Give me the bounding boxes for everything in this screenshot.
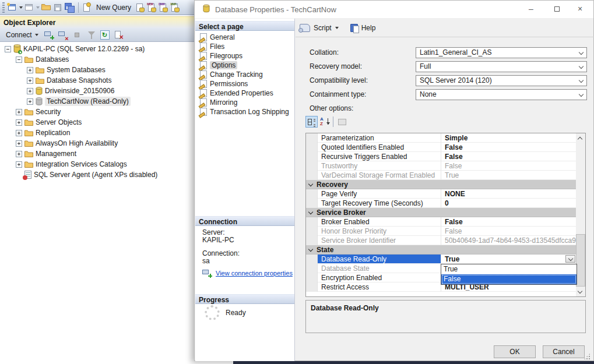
- property-name[interactable]: Parameterization: [318, 133, 441, 143]
- property-value[interactable]: NONE: [441, 189, 576, 199]
- property-name[interactable]: Restrict Access: [318, 282, 441, 292]
- property-name[interactable]: Honor Broker Priority: [318, 227, 441, 236]
- property-name[interactable]: Trustworthy: [318, 161, 441, 171]
- grid-scrollbar[interactable]: [576, 133, 585, 296]
- property-value[interactable]: False: [441, 161, 576, 171]
- save-all-icon[interactable]: [65, 3, 75, 12]
- refresh-icon[interactable]: ↻: [100, 30, 111, 40]
- property-name[interactable]: Database Read-Only: [318, 255, 441, 264]
- property-name[interactable]: Database State: [318, 264, 441, 273]
- property-name[interactable]: Service Broker Identifier: [318, 236, 441, 245]
- category-row[interactable]: State: [306, 245, 576, 255]
- table-row[interactable]: Recursive Triggers EnabledFalse: [306, 152, 576, 161]
- tree-item-server-objects[interactable]: Server Objects: [0, 117, 194, 128]
- table-row-selected[interactable]: Database Read-Only True: [306, 255, 576, 264]
- recovery-model-select[interactable]: Full: [416, 61, 587, 72]
- property-value[interactable]: False: [441, 143, 576, 152]
- scroll-down-icon[interactable]: [576, 287, 585, 296]
- scrollbar-thumb[interactable]: [576, 234, 585, 287]
- database-query-icon[interactable]: [135, 3, 145, 12]
- expand-icon[interactable]: [16, 161, 22, 168]
- page-item-change-tracking[interactable]: Change Tracking: [195, 70, 294, 79]
- ok-button[interactable]: OK: [494, 345, 536, 358]
- property-name[interactable]: Page Verify: [318, 189, 441, 199]
- page-item-general[interactable]: General: [195, 33, 294, 42]
- cancel-button[interactable]: Cancel: [543, 345, 585, 358]
- dmx-query-icon[interactable]: DMX: [159, 3, 168, 12]
- expand-icon[interactable]: [16, 151, 22, 157]
- tree-item-alwayson[interactable]: AlwaysOn High Availability: [0, 138, 194, 149]
- minimize-button[interactable]: –: [525, 1, 537, 17]
- property-value[interactable]: Simple: [441, 133, 576, 143]
- scroll-up-icon[interactable]: [576, 133, 585, 143]
- collapse-icon[interactable]: [16, 56, 22, 63]
- page-item-permissions[interactable]: Permissions: [195, 79, 294, 89]
- expand-icon[interactable]: [16, 119, 22, 126]
- new-item-dropdown-icon[interactable]: [19, 6, 23, 9]
- table-row[interactable]: Honor Broker PriorityFalse: [306, 227, 576, 236]
- expand-icon[interactable]: [16, 130, 22, 136]
- property-value[interactable]: 0: [441, 199, 576, 208]
- page-item-files[interactable]: Files: [195, 42, 294, 51]
- xmla-query-icon[interactable]: XMA: [170, 3, 180, 12]
- tree-item-server[interactable]: KAPIL-PC (SQL Server 12.0.2269 - sa): [0, 44, 194, 54]
- property-value[interactable]: False: [441, 217, 576, 227]
- close-button[interactable]: ×: [574, 1, 586, 17]
- new-query-icon[interactable]: [82, 3, 92, 12]
- expand-icon[interactable]: [27, 98, 33, 105]
- dialog-titlebar[interactable]: Database Properties - TechCartNow – ×: [195, 1, 593, 18]
- table-row[interactable]: Quoted Identifiers EnabledFalse: [306, 143, 576, 152]
- property-value[interactable]: 50b40649-1ad7-4b64-9453-d13545dfcca9: [441, 236, 576, 245]
- table-row[interactable]: Target Recovery Time (Seconds)0: [306, 199, 576, 208]
- tree-item-techcartnow-db[interactable]: TechCartNow (Read-Only): [0, 96, 194, 107]
- category-row[interactable]: Recovery: [306, 180, 576, 189]
- toolbar-grip[interactable]: [2, 2, 5, 13]
- property-value[interactable]: False: [441, 227, 576, 236]
- table-row[interactable]: Broker EnabledFalse: [306, 217, 576, 227]
- table-row[interactable]: Service Broker Identifier50b40649-1ad7-4…: [306, 236, 576, 245]
- connect-object-icon[interactable]: [44, 30, 55, 40]
- new-item-icon[interactable]: [8, 3, 17, 12]
- open-file-icon[interactable]: [41, 3, 51, 12]
- page-item-mirroring[interactable]: Mirroring: [195, 98, 294, 107]
- tree-item-driveinside-db[interactable]: Driveinside_20150906: [0, 86, 194, 96]
- expand-icon[interactable]: [16, 109, 22, 115]
- expand-icon[interactable]: [27, 77, 33, 84]
- disconnect-icon[interactable]: [58, 30, 69, 40]
- value-dropdown-button[interactable]: [565, 255, 575, 263]
- categorized-view-button[interactable]: [305, 116, 318, 128]
- property-value[interactable]: True: [441, 255, 576, 264]
- connect-button[interactable]: Connect: [3, 30, 41, 40]
- tree-item-databases[interactable]: Databases: [0, 54, 194, 65]
- table-row[interactable]: TrustworthyFalse: [306, 161, 576, 171]
- page-item-filegroups[interactable]: Filegroups: [195, 51, 294, 61]
- category-row[interactable]: Service Broker: [306, 208, 576, 217]
- compatibility-level-select[interactable]: SQL Server 2014 (120): [416, 75, 587, 86]
- script-error-icon[interactable]: [114, 30, 125, 40]
- expand-icon[interactable]: [27, 67, 33, 73]
- collapse-icon[interactable]: [5, 46, 11, 52]
- script-button[interactable]: Script: [314, 24, 332, 32]
- property-name[interactable]: Quoted Identifiers Enabled: [318, 143, 441, 152]
- table-row[interactable]: Page VerifyNONE: [306, 189, 576, 199]
- collation-select[interactable]: Latin1_General_CI_AS: [416, 47, 587, 58]
- mdx-query-icon[interactable]: MDX: [147, 3, 157, 12]
- page-item-options[interactable]: Options: [195, 61, 294, 70]
- view-connection-properties[interactable]: View connection properties: [202, 268, 293, 278]
- table-row[interactable]: ParameterizationSimple: [306, 133, 576, 143]
- tree-item-management[interactable]: Management: [0, 149, 194, 159]
- page-item-extended-properties[interactable]: Extended Properties: [195, 89, 294, 98]
- help-button[interactable]: Help: [361, 24, 376, 32]
- property-name[interactable]: Target Recovery Time (Seconds): [318, 199, 441, 208]
- tree-item-replication[interactable]: Replication: [0, 128, 194, 138]
- property-name[interactable]: VarDecimal Storage Format Enabled: [318, 171, 441, 180]
- page-item-tlog-shipping[interactable]: Transaction Log Shipping: [195, 107, 294, 116]
- property-value[interactable]: False: [441, 152, 576, 161]
- tree-item-integration-services[interactable]: Integration Services Catalogs: [0, 159, 194, 169]
- property-name[interactable]: Broker Enabled: [318, 217, 441, 227]
- tree-item-security[interactable]: Security: [0, 107, 194, 117]
- dropdown-option-false[interactable]: False: [441, 274, 577, 284]
- tree-item-system-databases[interactable]: System Databases: [0, 65, 194, 75]
- expand-icon[interactable]: [16, 140, 22, 147]
- property-value[interactable]: True: [441, 171, 576, 180]
